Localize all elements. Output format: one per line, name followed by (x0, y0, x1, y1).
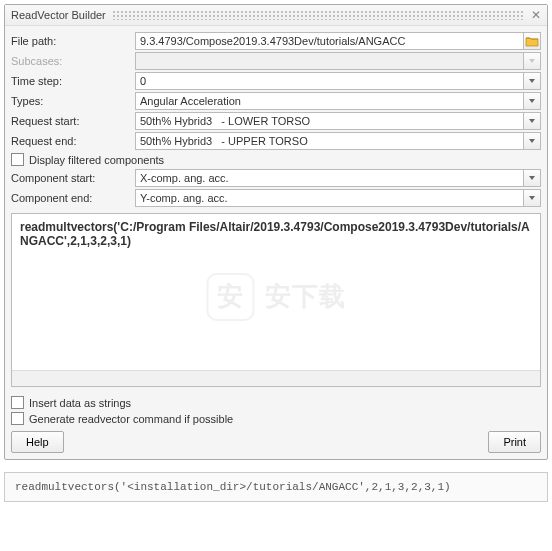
help-button[interactable]: Help (11, 431, 64, 453)
subcases-label: Subcases: (11, 55, 135, 67)
request-end-input[interactable] (135, 132, 524, 150)
titlebar[interactable]: ReadVector Builder ✕ (5, 5, 547, 26)
chevron-down-icon (529, 176, 535, 180)
close-icon[interactable]: ✕ (531, 9, 541, 21)
request-start-input[interactable] (135, 112, 524, 130)
request-end-label: Request end: (11, 135, 135, 147)
types-dropdown[interactable] (523, 92, 541, 110)
chevron-down-icon (529, 99, 535, 103)
types-label: Types: (11, 95, 135, 107)
console-output: readmultvectors('<installation_dir>/tuto… (4, 472, 548, 502)
browse-button[interactable] (523, 32, 541, 50)
timestep-input[interactable] (135, 72, 524, 90)
insert-strings-checkbox[interactable] (11, 396, 24, 409)
display-filtered-label: Display filtered components (29, 154, 164, 166)
timestep-dropdown[interactable] (523, 72, 541, 90)
insert-strings-label: Insert data as strings (29, 397, 131, 409)
subcases-dropdown (523, 52, 541, 70)
dialog-title: ReadVector Builder (11, 9, 106, 21)
component-end-dropdown[interactable] (523, 189, 541, 207)
filepath-label: File path: (11, 35, 135, 47)
folder-icon (525, 35, 539, 47)
watermark: 安安下载 (207, 273, 346, 321)
chevron-down-icon (529, 196, 535, 200)
generate-readvector-label: Generate readvector command if possible (29, 413, 233, 425)
chevron-down-icon (529, 119, 535, 123)
component-end-label: Component end: (11, 192, 135, 204)
titlebar-grip[interactable] (112, 10, 525, 20)
chevron-down-icon (529, 79, 535, 83)
types-input[interactable] (135, 92, 524, 110)
chevron-down-icon (529, 139, 535, 143)
component-end-input[interactable] (135, 189, 524, 207)
subcases-input (135, 52, 524, 70)
display-filtered-checkbox[interactable] (11, 153, 24, 166)
request-start-label: Request start: (11, 115, 135, 127)
request-start-dropdown[interactable] (523, 112, 541, 130)
component-start-dropdown[interactable] (523, 169, 541, 187)
generated-code-text: readmultvectors('C:/Program Files/Altair… (20, 220, 530, 248)
console-output-text: readmultvectors('<installation_dir>/tuto… (15, 481, 451, 493)
component-start-input[interactable] (135, 169, 524, 187)
timestep-label: Time step: (11, 75, 135, 87)
horizontal-scrollbar[interactable] (12, 370, 540, 386)
generate-readvector-checkbox[interactable] (11, 412, 24, 425)
filepath-input[interactable] (135, 32, 524, 50)
request-end-dropdown[interactable] (523, 132, 541, 150)
print-button[interactable]: Print (488, 431, 541, 453)
generated-code-area[interactable]: readmultvectors('C:/Program Files/Altair… (11, 213, 541, 387)
readvector-builder-dialog: ReadVector Builder ✕ File path: Subcases… (4, 4, 548, 460)
component-start-label: Component start: (11, 172, 135, 184)
